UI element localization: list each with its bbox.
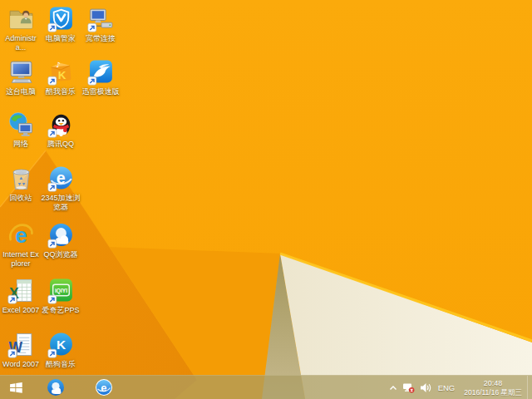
kugou-music-icon: K bbox=[47, 331, 75, 358]
desktop: Administra... 电脑管家 宽带连接 bbox=[0, 0, 532, 399]
language-indicator[interactable]: ENG bbox=[434, 376, 460, 399]
kuwo-music-icon: ♪ K bbox=[47, 58, 75, 86]
desktop-icon-xunlei[interactable]: 迅雷极速版 bbox=[81, 58, 121, 96]
administrator-folder-icon bbox=[7, 5, 35, 32]
network-icon bbox=[7, 111, 35, 138]
icon-label: Word 2007 bbox=[2, 360, 39, 369]
2345-browser-icon: e bbox=[47, 165, 75, 192]
broadband-connection-icon bbox=[87, 5, 115, 32]
icon-label: 宽带连接 bbox=[86, 34, 116, 43]
internet-explorer-icon: e bbox=[7, 221, 35, 249]
desktop-icon-broadband-connection[interactable]: 宽带连接 bbox=[81, 5, 121, 43]
volume-icon bbox=[420, 382, 431, 393]
iqiyi-pps-icon: iQIYI bbox=[47, 277, 75, 304]
word-2007-icon: W bbox=[7, 331, 35, 358]
icon-label: 腾讯QQ bbox=[47, 140, 74, 149]
desktop-icon-iqiyi-pps[interactable]: iQIYI 爱奇艺PPS bbox=[41, 277, 81, 315]
recycle-bin-icon bbox=[7, 165, 35, 192]
desktop-icon-qq[interactable]: 腾讯QQ bbox=[41, 111, 81, 149]
icon-label: 迅雷极速版 bbox=[82, 87, 120, 96]
desktop-icon-word-2007[interactable]: W Word 2007 bbox=[1, 331, 41, 369]
desktop-icon-administrator-folder[interactable]: Administra... bbox=[1, 5, 41, 52]
show-desktop-button[interactable] bbox=[527, 376, 532, 399]
desktop-icon-qq-browser[interactable]: QQ浏览器 bbox=[41, 221, 81, 259]
icon-label: 酷我音乐 bbox=[46, 87, 76, 96]
desktop-icon-this-pc[interactable]: 这台电脑 bbox=[1, 58, 41, 96]
icon-label: Administra... bbox=[1, 34, 41, 52]
system-tray: ENG 20:48 2016/11/16 星期三 bbox=[387, 376, 532, 399]
desktop-icon-network[interactable]: 网络 bbox=[1, 111, 41, 149]
icon-label: 酷狗音乐 bbox=[46, 360, 76, 369]
qq-browser-taskbar-icon bbox=[47, 378, 65, 397]
windows-start-icon bbox=[8, 380, 24, 396]
taskbar-app-qq-browser[interactable] bbox=[40, 376, 71, 399]
volume-button[interactable] bbox=[417, 376, 434, 399]
icon-label: QQ浏览器 bbox=[43, 250, 77, 259]
icon-label: 电脑管家 bbox=[46, 34, 76, 43]
svg-text:♪: ♪ bbox=[56, 61, 61, 69]
icon-label: 回收站 bbox=[10, 194, 32, 203]
excel-2007-icon: X bbox=[7, 277, 35, 304]
desktop-icon-kugou-music[interactable]: K 酷狗音乐 bbox=[41, 331, 81, 369]
clock-time: 20:48 bbox=[484, 379, 503, 388]
clock-date: 2016/11/16 星期三 bbox=[464, 388, 522, 397]
this-pc-icon bbox=[7, 58, 35, 86]
svg-text:iQIYI: iQIYI bbox=[54, 288, 66, 294]
network-disconnected-icon bbox=[402, 382, 415, 393]
svg-text:e: e bbox=[101, 382, 106, 394]
icon-label: 爱奇艺PPS bbox=[42, 306, 79, 315]
svg-text:e: e bbox=[15, 224, 27, 247]
pc-manager-icon bbox=[47, 5, 75, 32]
desktop-icon-excel-2007[interactable]: X Excel 2007 bbox=[1, 277, 41, 315]
e-browser-taskbar-icon: e bbox=[95, 378, 113, 397]
desktop-icon-pc-manager[interactable]: 电脑管家 bbox=[41, 5, 81, 43]
icon-label: 2345加速浏览器 bbox=[41, 194, 81, 212]
svg-text:K: K bbox=[57, 69, 66, 81]
taskbar: e bbox=[0, 375, 532, 399]
chevron-up-icon bbox=[389, 384, 397, 392]
qq-browser-icon bbox=[47, 221, 75, 249]
icon-label: Excel 2007 bbox=[2, 306, 40, 315]
icon-label: Internet Explorer bbox=[1, 250, 41, 268]
desktop-icon-internet-explorer[interactable]: e Internet Explorer bbox=[1, 221, 41, 268]
xunlei-icon bbox=[87, 58, 115, 86]
clock[interactable]: 20:48 2016/11/16 星期三 bbox=[459, 376, 527, 399]
desktop-icon-2345-browser[interactable]: e 2345加速浏览器 bbox=[41, 165, 81, 212]
icon-label: 这台电脑 bbox=[6, 87, 36, 96]
desktop-icon-recycle-bin[interactable]: 回收站 bbox=[1, 165, 41, 203]
desktop-icon-kuwo-music[interactable]: ♪ K 酷我音乐 bbox=[41, 58, 81, 96]
icon-label: 网络 bbox=[13, 140, 28, 149]
svg-text:K: K bbox=[56, 337, 66, 352]
start-button[interactable] bbox=[0, 376, 32, 399]
network-status-button[interactable] bbox=[400, 376, 417, 399]
taskbar-app-e-browser[interactable]: e bbox=[88, 376, 120, 399]
qq-icon bbox=[47, 111, 75, 138]
hidden-icons-button[interactable] bbox=[387, 376, 400, 399]
